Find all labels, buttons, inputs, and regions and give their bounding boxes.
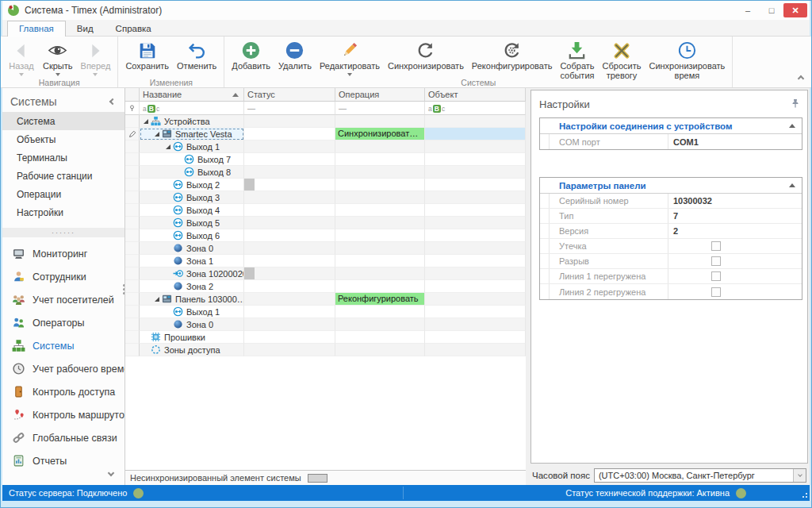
chevron-left-icon[interactable] <box>109 98 116 105</box>
remove-minus-button[interactable]: Удалить <box>274 38 316 72</box>
timezone-select[interactable]: (UTC+03:00) Москва, Санкт-Петербург <box>594 468 806 483</box>
tree-name-cell[interactable]: Зоны доступа <box>140 344 244 356</box>
setting-value[interactable]: 7 <box>668 211 802 221</box>
sidebar-module-Сотрудники[interactable]: Сотрудники <box>2 265 124 288</box>
sidebar-item-Объекты[interactable]: Объекты <box>2 130 124 148</box>
tree-row[interactable]: Панель 103000…Реконфигурировать <box>125 293 526 306</box>
filter-cell[interactable]: аBc <box>140 102 244 115</box>
tree-name-cell[interactable]: Выход 6 <box>140 229 244 242</box>
setting-value[interactable] <box>668 271 802 281</box>
chevron-down-icon[interactable] <box>93 73 98 76</box>
tab-Вид[interactable]: Вид <box>66 21 105 36</box>
tree-name-cell[interactable]: Зона 2 <box>140 280 244 293</box>
column-header-Операция[interactable]: Операция <box>335 88 425 102</box>
undo-button[interactable]: Отменить <box>173 38 220 72</box>
expander-icon[interactable] <box>163 144 172 149</box>
tree-row[interactable]: Выход 2 <box>125 179 526 191</box>
tree-row[interactable]: Устройства <box>125 115 526 128</box>
tree-name-cell[interactable]: Зона 0 <box>140 242 244 255</box>
tree-row[interactable]: Выход 1 <box>125 140 526 153</box>
tree-name-cell[interactable]: Зона 1 <box>140 255 244 267</box>
column-header-Название[interactable]: Название <box>140 88 244 102</box>
sidebar-module-Мониторинг[interactable]: Мониторинг <box>2 242 124 265</box>
sync-time-button[interactable]: Синхронизировать время <box>645 38 729 81</box>
tree-row[interactable]: Зоны доступа <box>125 344 526 356</box>
ribbon-collapse-icon[interactable] <box>799 72 803 83</box>
sidebar-module-Глобальные связи[interactable]: Глобальные связи <box>2 426 124 449</box>
tree-row[interactable]: Зона 10200020 <box>125 267 526 280</box>
tree-row[interactable]: Зона 0 <box>125 242 526 255</box>
tree-row[interactable]: Smartec VestaСинхронизировать конфиг… <box>125 128 526 140</box>
collapse-arrow-icon[interactable] <box>789 183 795 187</box>
chevron-down-icon[interactable] <box>56 73 60 76</box>
column-header-Статус[interactable]: Статус <box>244 88 335 102</box>
eye-button[interactable]: Скрыть <box>39 38 77 77</box>
setting-value[interactable]: 2 <box>668 226 802 236</box>
tree-name-cell[interactable]: Выход 5 <box>140 217 244 229</box>
tree-row[interactable]: Прошивки <box>125 331 526 344</box>
setting-value[interactable]: 10300032 <box>668 196 802 206</box>
sidebar-item-Операции[interactable]: Операции <box>2 185 124 203</box>
expander-icon[interactable] <box>152 297 161 302</box>
tree-name-cell[interactable]: Smartec Vesta <box>140 128 244 140</box>
sidebar-item-Терминалы[interactable]: Терминалы <box>2 148 124 167</box>
sidebar-module-Учет рабочего времени[interactable]: Учет рабочего времени <box>2 357 124 380</box>
pin-icon[interactable] <box>791 98 799 110</box>
tab-Справка[interactable]: Справка <box>105 21 163 36</box>
collapse-arrow-icon[interactable] <box>789 124 795 128</box>
tree-name-cell[interactable]: Прошивки <box>140 331 244 344</box>
tree-name-cell[interactable]: Зона 10200020 <box>140 267 244 280</box>
sidebar-module-Учет посетителей[interactable]: Учет посетителей <box>2 288 124 311</box>
tree-name-cell[interactable]: Выход 7 <box>140 153 244 166</box>
resize-grip[interactable] <box>801 493 807 499</box>
setting-value[interactable] <box>668 256 802 266</box>
sidebar-module-Контроль доступа[interactable]: Контроль доступа <box>2 380 124 403</box>
tree-row[interactable]: Выход 6 <box>125 229 526 242</box>
expander-icon[interactable] <box>152 132 161 137</box>
minimize-button[interactable]: – <box>736 3 760 17</box>
sidebar-module-Системы[interactable]: Системы <box>2 334 124 357</box>
filter-cell[interactable]: — <box>244 102 335 115</box>
save-floppy-button[interactable]: Сохранить <box>121 38 173 72</box>
sidebar-module-Контроль маршрутов[interactable]: Контроль маршрутов <box>2 403 124 426</box>
tab-Главная[interactable]: Главная <box>7 21 66 37</box>
setting-value[interactable] <box>668 287 802 297</box>
sidebar-splitter[interactable]: ······ <box>2 228 124 237</box>
tree-name-cell[interactable]: Панель 103000… <box>140 293 244 306</box>
checkbox[interactable] <box>711 287 721 297</box>
back-arrow-button[interactable]: Назад <box>4 38 39 77</box>
sync-button[interactable]: Синхронизировать <box>384 38 468 72</box>
tree-name-cell[interactable]: Выход 8 <box>140 166 244 179</box>
tree-name-cell[interactable]: Выход 2 <box>140 179 244 191</box>
chevron-down-icon[interactable] <box>347 73 352 76</box>
setting-value[interactable] <box>668 241 802 251</box>
tree-row[interactable]: Выход 7 <box>125 153 526 166</box>
reconfigure-button[interactable]: Реконфигурировать <box>468 38 557 72</box>
filter-cell[interactable]: — <box>335 102 425 115</box>
tree-row[interactable]: Выход 5 <box>125 217 526 229</box>
maximize-button[interactable]: □ <box>760 3 783 17</box>
collect-events-button[interactable]: Собрать события <box>556 38 598 81</box>
tree-name-cell[interactable]: Устройства <box>140 115 244 128</box>
chevron-down-icon[interactable] <box>793 469 806 482</box>
tree-row[interactable]: Выход 4 <box>125 204 526 217</box>
expander-icon[interactable] <box>141 119 150 124</box>
tree-name-cell[interactable]: Выход 1 <box>140 306 244 318</box>
checkbox[interactable] <box>711 256 721 266</box>
tree-name-cell[interactable]: Зона 0 <box>140 318 244 331</box>
settings-group-header[interactable]: Настройки соединения с устройством <box>540 118 802 134</box>
sidebar-module-Отчеты[interactable]: Отчеты <box>2 449 124 472</box>
edit-pencil-button[interactable]: Редактировать <box>316 38 384 77</box>
add-plus-button[interactable]: Добавить <box>228 38 274 72</box>
settings-group-header[interactable]: Параметры панели <box>540 178 802 194</box>
tree-name-cell[interactable]: Выход 3 <box>140 191 244 204</box>
tree-name-cell[interactable]: Выход 1 <box>140 140 244 153</box>
tree-row[interactable]: Зона 2 <box>125 280 526 293</box>
tree-row[interactable]: Зона 0 <box>125 318 526 331</box>
sidebar-item-Система[interactable]: Система <box>2 112 124 130</box>
column-header-Объект[interactable]: Объект <box>425 88 526 102</box>
sidebar-item-Рабочие станции[interactable]: Рабочие станции <box>2 167 124 185</box>
tree-row[interactable]: Выход 1 <box>125 306 526 318</box>
chevron-down-icon[interactable] <box>19 73 24 76</box>
checkbox[interactable] <box>711 271 721 281</box>
